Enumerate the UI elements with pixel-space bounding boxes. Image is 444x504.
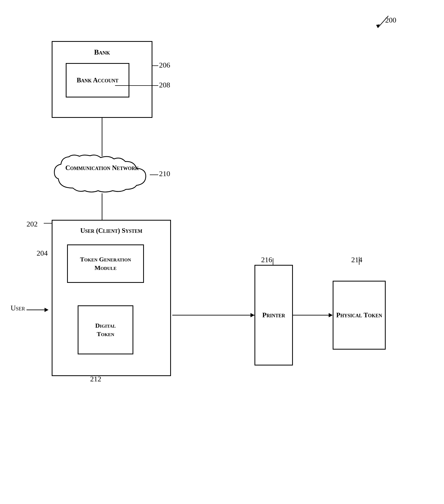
bank-label: Bank	[52, 47, 152, 58]
svg-marker-7	[250, 313, 254, 317]
printer-label: Printer	[260, 310, 287, 321]
svg-line-0	[378, 16, 388, 28]
user-system-box: User (Client) System Token GenerationMod…	[52, 220, 171, 376]
bank-box: Bank Bank Account	[52, 41, 152, 118]
comm-network-cloud: Communication Network	[52, 154, 152, 197]
bank-account-label: Bank Account	[74, 75, 121, 86]
cloud-svg	[52, 154, 152, 197]
ref-204: 204	[37, 249, 48, 257]
digital-token-box: DigitalToken	[78, 305, 133, 354]
ref-214: 214	[351, 256, 362, 264]
ref-212: 212	[90, 375, 101, 383]
printer-box: Printer	[254, 265, 293, 365]
token-gen-box: Token GenerationModule	[67, 244, 144, 283]
bank-account-box: Bank Account	[66, 63, 129, 97]
diagram-container: 200 Bank Bank Account 206 208	[0, 0, 444, 504]
physical-token-box: Physical Token	[333, 281, 386, 350]
ref-206: 206	[159, 61, 170, 69]
svg-marker-12	[329, 313, 333, 317]
digital-token-label: DigitalToken	[93, 320, 118, 339]
ref-202: 202	[27, 220, 38, 228]
token-gen-label: Token GenerationModule	[78, 254, 133, 273]
user-system-label: User (Client) System	[52, 225, 170, 236]
svg-marker-14	[45, 308, 49, 312]
ref-208: 208	[159, 81, 170, 89]
ref-210: 210	[159, 170, 170, 178]
ref-200-arrow	[372, 13, 399, 34]
user-label: User	[11, 304, 25, 312]
physical-token-label: Physical Token	[334, 310, 384, 321]
ref-216: 216	[261, 256, 272, 264]
comm-network-label: Communication Network	[65, 164, 139, 172]
